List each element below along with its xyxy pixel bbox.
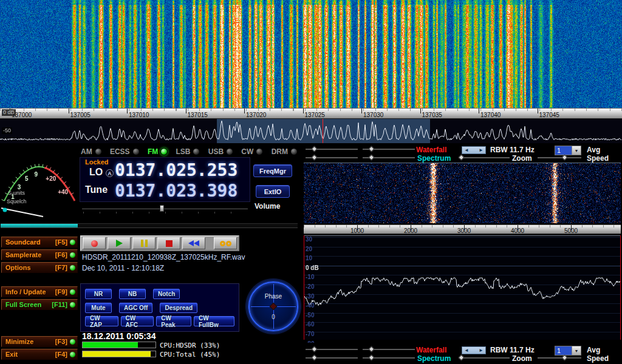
agc-off-button[interactable]: AGC Off bbox=[119, 303, 152, 313]
speed-slider[interactable] bbox=[538, 154, 581, 161]
mute-button[interactable]: Mute bbox=[85, 303, 112, 313]
mode-selector: AM ECSS FM LSB USB CW DRM bbox=[81, 146, 298, 158]
waterfall-brightness-slider[interactable] bbox=[306, 346, 358, 353]
af-waterfall-display[interactable] bbox=[304, 163, 621, 223]
rbw-spinner[interactable]: ◄ ► bbox=[462, 146, 486, 154]
mode-lsb[interactable]: LSB bbox=[176, 147, 200, 156]
spectrum-upper-slider[interactable] bbox=[306, 354, 358, 362]
waterfall-contrast-slider[interactable] bbox=[363, 346, 415, 353]
extio-button[interactable]: ExtIO bbox=[256, 185, 290, 198]
mode-usb[interactable]: USB bbox=[208, 147, 233, 156]
mode-usb-led-icon[interactable] bbox=[226, 148, 233, 155]
mode-am[interactable]: AM bbox=[81, 147, 102, 156]
dsp-row-2: Mute AGC Off Despread bbox=[85, 303, 234, 313]
soundcard-led-icon bbox=[70, 240, 75, 245]
nr-button[interactable]: NR bbox=[85, 289, 112, 299]
rbw-increase-arrow-icon[interactable]: ► bbox=[479, 148, 484, 153]
s-meter[interactable] bbox=[1, 145, 80, 221]
mode-drm-label: DRM bbox=[272, 147, 288, 156]
phase-scope[interactable]: Phase 0 bbox=[247, 280, 300, 333]
samplerate-button-label: Samplerate bbox=[5, 251, 41, 258]
rf-waterfall-display[interactable] bbox=[0, 0, 622, 108]
mode-drm[interactable]: DRM bbox=[272, 147, 298, 156]
cw-zap-button[interactable]: CW ZAP bbox=[85, 316, 118, 326]
minimize-button[interactable]: Minimize [F3] bbox=[1, 336, 78, 347]
cw-afc-button[interactable]: CW AFC bbox=[121, 316, 154, 326]
zoom-slider[interactable] bbox=[459, 354, 510, 362]
combo-dropdown-icon[interactable]: ▼ bbox=[572, 146, 581, 155]
combo-dropdown-icon[interactable]: ▼ bbox=[572, 346, 581, 355]
mode-cw-label: CW bbox=[241, 147, 253, 156]
volume-slider[interactable] bbox=[82, 204, 248, 213]
zoom-slider[interactable] bbox=[459, 154, 510, 161]
mode-am-label: AM bbox=[81, 147, 92, 156]
rewind-button[interactable] bbox=[182, 237, 205, 249]
tune-frequency-value[interactable]: 0137.023.398 bbox=[115, 181, 238, 201]
waterfall-label[interactable]: Waterfall bbox=[416, 346, 446, 354]
options-button[interactable]: Options [F7] bbox=[1, 262, 78, 273]
scale-label: 137020 bbox=[246, 112, 266, 118]
spectrum-db-max-label: 0 dB bbox=[2, 109, 16, 116]
speed-slider[interactable] bbox=[538, 354, 581, 362]
lo-frequency-value[interactable]: 0137.025.253 bbox=[115, 160, 238, 180]
samplerate-button-key: [F6] bbox=[55, 251, 67, 258]
options-button-label: Options bbox=[5, 264, 31, 271]
cw-fullbw-button[interactable]: CW FullBw bbox=[194, 316, 234, 326]
spectrum-lower-slider[interactable] bbox=[363, 154, 415, 161]
waterfall-contrast-slider[interactable] bbox=[363, 146, 415, 153]
spectrum-lower-slider[interactable] bbox=[363, 354, 415, 362]
exit-button[interactable]: Exit [F4] bbox=[1, 349, 78, 360]
notch-button[interactable]: Notch bbox=[153, 289, 180, 299]
rbw-decrease-arrow-icon[interactable]: ◄ bbox=[464, 148, 469, 153]
rf-spectrum-display[interactable] bbox=[0, 119, 622, 143]
mode-cw[interactable]: CW bbox=[241, 147, 263, 156]
samplerate-button[interactable]: Samplerate [F6] bbox=[1, 249, 78, 260]
rf-frequency-scale[interactable]: 1370001370051370101370151370201370251370… bbox=[0, 108, 622, 119]
scale-label: 137015 bbox=[188, 112, 208, 118]
freqmgr-button[interactable]: FreqMgr bbox=[253, 164, 292, 177]
dsp-row-3: CW ZAP CW AFC CW Peak CW FullBw bbox=[85, 316, 234, 326]
tune-label: Tune bbox=[85, 184, 108, 195]
rbw-increase-arrow-icon[interactable]: ► bbox=[479, 348, 484, 353]
cw-peak-button[interactable]: CW Peak bbox=[156, 316, 191, 326]
record-button[interactable] bbox=[83, 237, 106, 249]
volume-slider-thumb[interactable] bbox=[160, 205, 164, 212]
pause-button[interactable] bbox=[132, 237, 156, 249]
loop-icon bbox=[220, 241, 231, 246]
options-button-key: [F7] bbox=[55, 264, 67, 271]
minimize-button-key: [F3] bbox=[55, 338, 67, 345]
mode-cw-led-icon[interactable] bbox=[256, 148, 263, 155]
mode-fm-led-icon[interactable] bbox=[160, 148, 168, 155]
avg-selected-value: 1 bbox=[555, 146, 572, 155]
waterfall-brightness-slider[interactable] bbox=[306, 146, 358, 153]
despread-button[interactable]: Despread bbox=[160, 303, 197, 313]
mode-am-led-icon[interactable] bbox=[95, 148, 102, 155]
spectrum-upper-slider[interactable] bbox=[306, 154, 358, 161]
vfo-a-badge[interactable]: A bbox=[106, 169, 114, 177]
info-update-led-icon bbox=[70, 289, 75, 295]
loop-button[interactable] bbox=[214, 237, 237, 249]
spectrum-label[interactable]: Spectrum bbox=[417, 354, 451, 363]
fullscreen-button[interactable]: Full Screen [F11] bbox=[1, 299, 78, 310]
play-button[interactable] bbox=[108, 237, 131, 249]
mode-lsb-led-icon[interactable] bbox=[193, 148, 200, 155]
volume-label: Volume bbox=[255, 202, 280, 211]
cpu-hdsdr-bar bbox=[82, 342, 156, 348]
mode-drm-led-icon[interactable] bbox=[290, 148, 298, 155]
af-frequency-scale[interactable]: 10002000300040005000 bbox=[304, 224, 621, 234]
squelch-slider[interactable] bbox=[1, 223, 298, 228]
mode-ecss-led-icon[interactable] bbox=[132, 148, 140, 155]
stop-button[interactable] bbox=[157, 237, 180, 249]
nb-button[interactable]: NB bbox=[119, 289, 146, 299]
af-spectrum-display[interactable] bbox=[304, 235, 621, 340]
spectrum-label[interactable]: Spectrum bbox=[417, 154, 451, 163]
rbw-decrease-arrow-icon[interactable]: ◄ bbox=[464, 348, 469, 353]
locked-indicator[interactable]: Locked bbox=[85, 158, 109, 166]
waterfall-label[interactable]: Waterfall bbox=[416, 146, 446, 154]
soundcard-button[interactable]: Soundcard [F5] bbox=[1, 237, 78, 248]
mode-ecss[interactable]: ECSS bbox=[110, 147, 140, 156]
rbw-spinner[interactable]: ◄ ► bbox=[462, 346, 486, 354]
info-update-button[interactable]: Info / Update [F9] bbox=[1, 286, 78, 297]
mode-fm[interactable]: FM bbox=[148, 147, 168, 156]
spectrum-db-mid-label: -50 bbox=[2, 127, 12, 134]
